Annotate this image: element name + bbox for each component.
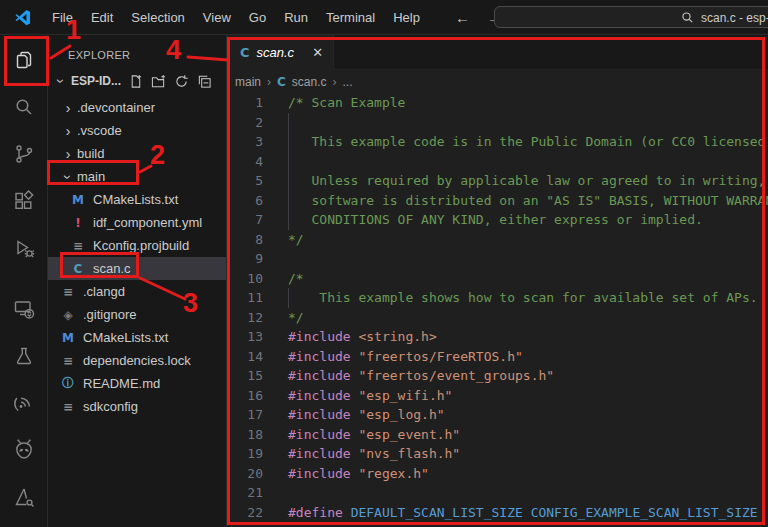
line-number[interactable]: 8 <box>227 230 263 250</box>
token-directive: #include <box>288 427 351 442</box>
tree-item--devcontainer[interactable]: ›.devcontainer <box>48 96 226 119</box>
tree-item-main[interactable]: ›main <box>48 165 226 188</box>
alien-extension-icon[interactable] <box>0 426 47 473</box>
code-text[interactable]: This example shows how to scan for avail… <box>288 288 758 308</box>
tree-item-kconfig-projbuild[interactable]: ≡Kconfig.projbuild <box>48 234 226 257</box>
menu-edit[interactable]: Edit <box>82 0 122 35</box>
line-number[interactable]: 13 <box>227 327 263 347</box>
breadcrumb-file[interactable]: scan.c <box>292 75 327 89</box>
menu-terminal[interactable]: Terminal <box>317 0 384 35</box>
menu-selection[interactable]: Selection <box>122 0 193 35</box>
code-line: 14#include "freertos/FreeRTOS.h" <box>227 347 768 367</box>
code-text[interactable]: #include "nvs_flash.h" <box>288 444 460 464</box>
line-number[interactable]: 19 <box>227 444 263 464</box>
workspace-name: ESP-ID... <box>71 74 121 88</box>
code-editor[interactable]: 1/* Scan Example23 This example code is … <box>227 93 768 527</box>
tree-item--clangd[interactable]: ≡.clangd <box>48 280 226 303</box>
close-icon[interactable]: ✕ <box>312 45 323 60</box>
line-number[interactable]: 16 <box>227 386 263 406</box>
code-text[interactable]: #define DEFAULT_SCAN_LIST_SIZE CONFIG_EX… <box>288 503 758 523</box>
tree-item-scan-c[interactable]: Cscan.c <box>48 257 226 280</box>
code-text[interactable]: #include "esp_event.h" <box>288 425 460 445</box>
code-text[interactable]: #include <string.h> <box>288 327 437 347</box>
tab-scan-c[interactable]: C scan.c ✕ <box>227 35 334 70</box>
token-string: "regex.h" <box>358 466 428 481</box>
code-line: 8*/ <box>227 230 768 250</box>
tree-item-cmakelists-txt[interactable]: MCMakeLists.txt <box>48 326 226 349</box>
source-control-icon[interactable] <box>0 130 47 177</box>
run-and-debug-icon[interactable] <box>0 224 47 271</box>
line-number[interactable]: 10 <box>227 269 263 289</box>
tree-item-sdkconfig[interactable]: ≡sdkconfig <box>48 395 226 418</box>
tree-item-cmakelists-txt[interactable]: MCMakeLists.txt <box>48 188 226 211</box>
breadcrumb-folder[interactable]: main <box>235 75 261 89</box>
tree-item-dependencies-lock[interactable]: ≡dependencies.lock <box>48 349 226 372</box>
tree-item-build[interactable]: ›build <box>48 142 226 165</box>
remote-explorer-icon[interactable] <box>0 285 47 332</box>
code-text[interactable]: #include "esp_wifi.h" <box>288 386 452 406</box>
code-text[interactable]: Unless required by applicable law or agr… <box>288 171 768 191</box>
menu-help[interactable]: Help <box>384 0 429 35</box>
line-number[interactable]: 6 <box>227 191 263 211</box>
file-type-icon: ≡ <box>71 239 85 253</box>
menu-go[interactable]: Go <box>240 0 275 35</box>
token-directive: #include <box>288 466 351 481</box>
code-text[interactable]: */ <box>288 230 304 250</box>
line-number[interactable]: 18 <box>227 425 263 445</box>
refresh-button[interactable] <box>174 74 189 89</box>
line-number[interactable]: 4 <box>227 152 263 172</box>
workspace-section-header[interactable]: › ESP-ID... <box>48 69 226 93</box>
code-text[interactable]: /* <box>288 269 304 289</box>
tree-item-readme-md[interactable]: ⓘREADME.md <box>48 372 226 395</box>
line-number[interactable]: 11 <box>227 288 263 308</box>
token-plain <box>523 505 531 520</box>
search-icon[interactable] <box>0 83 47 130</box>
menu-run[interactable]: Run <box>275 0 317 35</box>
line-number[interactable]: 5 <box>227 171 263 191</box>
line-number[interactable]: 9 <box>227 249 263 269</box>
line-number[interactable]: 21 <box>227 483 263 503</box>
code-text[interactable]: #include "freertos/FreeRTOS.h" <box>288 347 523 367</box>
line-number[interactable]: 12 <box>227 308 263 328</box>
collapse-all-button[interactable] <box>197 74 212 89</box>
file-type-icon: C <box>71 262 85 276</box>
token-comment: /* <box>288 271 304 286</box>
line-number[interactable]: 7 <box>227 210 263 230</box>
token-string: <string.h> <box>358 329 436 344</box>
explorer-icon[interactable] <box>0 36 47 83</box>
new-folder-button[interactable] <box>151 74 166 89</box>
line-number[interactable]: 17 <box>227 405 263 425</box>
menu-view[interactable]: View <box>194 0 240 35</box>
nav-back-button[interactable]: ← <box>455 9 470 26</box>
code-text[interactable]: CONDITIONS OF ANY KIND, either express o… <box>288 210 703 230</box>
command-center-search[interactable]: scan.c - esp-idf- <box>494 6 768 28</box>
menu-file[interactable]: File <box>43 0 82 35</box>
line-number[interactable]: 22 <box>227 503 263 523</box>
tree-item-label: sdkconfig <box>83 399 138 414</box>
line-number[interactable]: 14 <box>227 347 263 367</box>
code-text[interactable]: software is distributed on an "AS IS" BA… <box>288 191 768 211</box>
line-number[interactable]: 3 <box>227 132 263 152</box>
line-number[interactable]: 2 <box>227 113 263 133</box>
code-text[interactable]: #include "regex.h" <box>288 464 429 484</box>
code-text[interactable]: /* Scan Example <box>288 93 405 113</box>
code-text[interactable]: */ <box>288 308 304 328</box>
code-text[interactable]: #include "freertos/event_groups.h" <box>288 366 554 386</box>
token-directive: #define <box>288 505 343 520</box>
tree-item-idf-component-yml[interactable]: !idf_component.yml <box>48 211 226 234</box>
tree-item--gitignore[interactable]: ◈.gitignore <box>48 303 226 326</box>
line-number[interactable]: 1 <box>227 93 263 113</box>
cmake-tools-icon[interactable] <box>0 473 47 520</box>
tree-item-label: CMakeLists.txt <box>83 330 168 345</box>
line-number[interactable]: 20 <box>227 464 263 484</box>
tree-item--vscode[interactable]: ›.vscode <box>48 119 226 142</box>
line-number[interactable]: 15 <box>227 366 263 386</box>
testing-icon[interactable] <box>0 332 47 379</box>
new-file-button[interactable] <box>128 74 143 89</box>
extensions-icon[interactable] <box>0 177 47 224</box>
espressif-idf-icon[interactable] <box>0 379 47 426</box>
code-text[interactable]: This example code is in the Public Domai… <box>288 132 768 152</box>
code-text[interactable]: #include "esp_log.h" <box>288 405 445 425</box>
breadcrumb: main › C scan.c › ... <box>227 70 768 93</box>
breadcrumb-more[interactable]: ... <box>343 75 353 89</box>
